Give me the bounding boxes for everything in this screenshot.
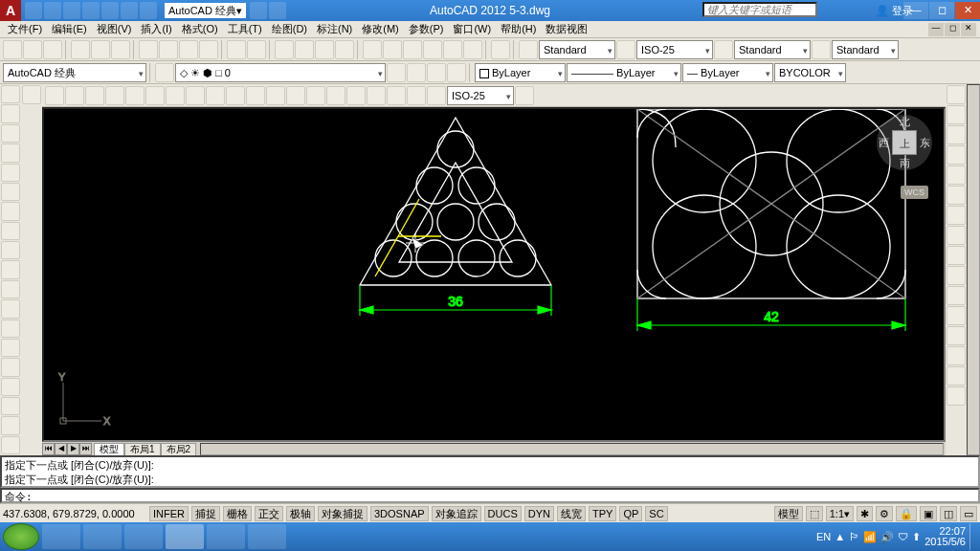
show-desktop-button[interactable] [969,523,977,550]
point-icon[interactable] [1,339,20,357]
plotstyle-combo[interactable]: BYCOLOR [774,63,846,82]
zoom-rt-icon[interactable] [295,40,314,59]
new-icon[interactable] [3,40,22,59]
dimjogline-icon[interactable] [367,86,386,105]
array-icon[interactable] [947,165,966,185]
menu-data[interactable]: 数据视图 [542,22,591,36]
coordinates-display[interactable]: 437.6308, 679.8729, 0.0000 [3,508,146,519]
status-sc[interactable]: SC [645,506,667,521]
status-clean[interactable]: ▭ [960,506,977,521]
qat-extra2-icon[interactable] [269,2,286,19]
mlstyle-icon[interactable] [812,40,831,59]
hscrollbar[interactable] [200,443,944,455]
publish-icon[interactable] [111,40,130,59]
fillet-icon[interactable] [947,366,966,386]
maximize-button[interactable]: ◻ [929,2,954,19]
dim-style-combo[interactable]: ISO-25 [636,40,713,59]
status-lwt[interactable]: 线宽 [557,506,586,521]
status-tpy[interactable]: TPY [589,506,616,521]
layer-uniso-icon[interactable] [447,63,466,82]
cut-icon[interactable] [139,40,158,59]
dimspace-icon[interactable] [266,86,285,105]
hatch-icon[interactable] [1,358,20,376]
polygon-icon[interactable] [1,143,20,162]
explode-icon[interactable] [947,386,966,406]
trim-icon[interactable] [947,266,966,285]
move-icon[interactable] [947,186,966,205]
chamfer-icon[interactable] [947,346,966,365]
status-iso[interactable]: ◫ [940,506,957,521]
status-3dosnap[interactable]: 3DOSNAP [370,506,429,521]
status-hw[interactable]: ▣ [920,506,937,521]
status-dyn[interactable]: DYN [524,506,554,521]
dimord-icon[interactable] [105,86,124,105]
viewcube[interactable]: 北 南 西 东 上 [877,115,932,170]
layermgr-icon[interactable] [155,63,174,82]
tray-vol-icon[interactable]: 🔊 [880,531,894,543]
tab-layout2[interactable]: 布局2 [161,443,197,455]
zoom-prev-icon[interactable] [335,40,354,59]
workspace-selector[interactable]: AutoCAD 经典 ▾ [165,3,246,18]
status-ortho[interactable]: 正交 [255,506,283,521]
mtext-icon[interactable] [1,436,20,454]
region-icon[interactable] [1,397,20,415]
menu-param[interactable]: 参数(P) [405,22,448,36]
start-button[interactable] [3,523,39,550]
xline-icon[interactable] [1,104,20,122]
mirror-icon[interactable] [947,125,966,144]
status-qp[interactable]: QP [619,506,642,521]
tray-flag-icon[interactable]: 🏳 [849,531,859,542]
tab-layout1[interactable]: 布局1 [124,443,161,455]
toolpalette-icon[interactable] [403,40,422,59]
dimedit-icon[interactable] [387,86,406,105]
dimbase-icon[interactable] [226,86,245,105]
dimstyle-current-combo[interactable]: ISO-25 [447,86,514,105]
save-icon[interactable] [43,40,62,59]
dimbreak-icon[interactable] [286,86,305,105]
status-lock[interactable]: 🔒 [896,506,917,521]
app-logo[interactable]: A [0,0,21,21]
doc-close-button[interactable]: ✕ [961,23,976,36]
workspace-combo[interactable]: AutoCAD 经典 [3,63,146,82]
qat-undo-icon[interactable] [121,2,138,19]
print-icon[interactable] [71,40,90,59]
tab-last-button[interactable]: ⏭ [79,443,92,455]
menu-dim[interactable]: 标注(N) [313,22,356,36]
tolerance-icon[interactable] [306,86,325,105]
dimdia-icon[interactable] [166,86,185,105]
status-grid[interactable]: 栅格 [223,506,252,521]
line-icon[interactable] [1,85,20,103]
help-search-input[interactable] [702,2,817,17]
dimstylemgr-icon[interactable] [515,86,534,105]
status-scale[interactable]: 1:1▾ [826,506,854,521]
doc-restore-button[interactable]: ◻ [945,23,960,36]
layer-iso-icon[interactable] [427,63,446,82]
layer-combo[interactable]: ◇ ☀ ⬢ □ 0 [175,63,386,82]
vscrollbar[interactable] [967,84,980,455]
ellipsearc-icon[interactable] [1,280,20,298]
designcenter-icon[interactable] [383,40,402,59]
task-recorder-icon[interactable] [248,524,286,549]
status-osnap[interactable]: 对象捕捉 [318,506,368,521]
status-annovis[interactable]: ✱ [857,506,873,521]
tray-lang[interactable]: EN [816,531,831,542]
markup-icon[interactable] [443,40,462,59]
gradient-icon[interactable] [1,378,20,396]
table-style-combo[interactable]: Standard [734,40,811,59]
join-icon[interactable] [947,326,966,345]
undo-icon[interactable] [227,40,246,59]
dimupdate-icon[interactable] [427,86,446,105]
status-infer[interactable]: INFER [149,506,189,521]
stretch-icon[interactable] [947,246,966,265]
tab-prev-button[interactable]: ◀ [55,443,67,455]
menu-format[interactable]: 格式(O) [178,22,222,36]
scale-icon[interactable] [947,226,966,245]
pline-icon[interactable] [1,124,20,143]
dimjog-icon[interactable] [145,86,165,105]
extra-tool-icon[interactable] [22,85,41,104]
layer-prev-icon[interactable] [387,63,406,82]
circle-icon[interactable] [1,202,20,220]
centermark-icon[interactable] [326,86,345,105]
tray-shield-icon[interactable]: 🛡 [898,531,908,542]
doc-min-button[interactable]: — [928,23,944,36]
